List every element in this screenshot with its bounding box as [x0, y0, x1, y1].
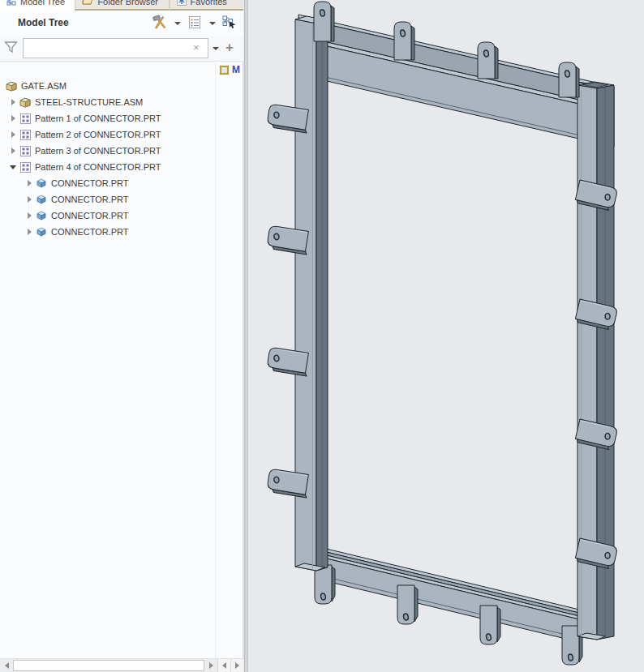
tree-settings-button[interactable] [185, 14, 204, 33]
bolt-hole [400, 30, 406, 37]
bolt-hole [320, 593, 326, 601]
tree-row-label: CONNECTOR.PRT [51, 178, 129, 188]
panel-title: Model Tree [18, 17, 69, 28]
scrollbar-thumb[interactable] [13, 660, 204, 671]
part-icon [36, 211, 47, 220]
model-tree-tab-icon [6, 0, 16, 7]
model-tree: GATE.ASM STEEL-STRUCTURE.ASM Pattern 1 o… [0, 78, 242, 240]
expander-icon[interactable] [6, 99, 19, 105]
bolt-hole [273, 233, 279, 241]
tree-row-label: STEEL-STRUCTURE.ASM [35, 97, 143, 107]
tab-folder-browser[interactable]: Folder Browser [75, 0, 169, 11]
clear-search-icon[interactable]: × [193, 42, 200, 53]
bolt-hole [605, 433, 610, 439]
tree-horizontal-scrollbar [0, 658, 243, 672]
expander-icon[interactable] [23, 196, 36, 203]
tree-row-label: CONNECTOR.PRT [51, 227, 129, 237]
connector-tab-top-2[interactable] [394, 22, 414, 60]
tree-row-label: Pattern 3 of CONNECTOR.PRT [35, 146, 161, 156]
tab-label: Favorites [191, 0, 227, 6]
expander-icon[interactable] [6, 148, 19, 154]
pattern-icon [19, 130, 31, 140]
chevron-down-icon [213, 47, 219, 50]
add-filter-button[interactable]: + [225, 38, 234, 58]
tree-row-label: Pattern 2 of CONNECTOR.PRT [35, 130, 161, 139]
model-tree-header: Model Tree [0, 11, 243, 36]
bolt-hole [273, 477, 279, 484]
expander-icon[interactable] [6, 131, 19, 138]
bolt-hole [320, 10, 325, 17]
tree-row-label: CONNECTOR.PRT [51, 195, 129, 204]
tree-row-pattern-3[interactable]: Pattern 3 of CONNECTOR.PRT [0, 143, 242, 159]
model-tree-panel: Model Tree Folder Browser Favorites [0, 0, 243, 672]
assembly-icon [6, 81, 17, 92]
bolt-hole [273, 355, 279, 362]
tree-columns-hide-icon [222, 15, 237, 32]
tree-columns-button[interactable] [220, 14, 239, 33]
folder-icon [82, 0, 93, 6]
tree-row-connector-1[interactable]: CONNECTOR.PRT [0, 175, 242, 191]
3d-viewport[interactable] [248, 0, 644, 672]
arrow-left-icon [5, 662, 9, 669]
tree-pan-right-button[interactable] [230, 659, 243, 672]
expander-icon[interactable] [23, 229, 36, 235]
arrow-left-icon [222, 662, 226, 669]
bottom-rail[interactable] [316, 546, 579, 642]
bolt-hole [565, 71, 570, 78]
connector-tab-top-4[interactable] [559, 62, 579, 97]
tree-row-connector-4[interactable]: CONNECTOR.PRT [0, 224, 242, 240]
bolt-hole [486, 634, 492, 641]
arrow-right-icon [235, 662, 239, 669]
favorites-star-icon [177, 0, 187, 7]
bolt-hole [483, 50, 489, 58]
tree-row-label: CONNECTOR.PRT [51, 211, 129, 220]
tools-icon [152, 15, 168, 33]
connector-tab-top-3[interactable] [478, 42, 498, 79]
tree-row-label: Pattern 4 of CONNECTOR.PRT [35, 162, 161, 172]
expander-icon[interactable] [6, 115, 19, 122]
tree-row-label: Pattern 1 of CONNECTOR.PRT [35, 113, 161, 123]
tree-pan-left-button[interactable] [217, 659, 230, 672]
part-icon [36, 227, 47, 237]
tree-row-gate-asm[interactable]: GATE.ASM [0, 78, 242, 94]
connector-tab-bottom-2[interactable] [397, 585, 418, 624]
panel-tab-strip: Model Tree Folder Browser Favorites [0, 0, 243, 11]
connector-tab-top-1[interactable] [314, 2, 334, 41]
annotations-column-icon[interactable] [219, 64, 230, 79]
tree-row-steel-structure[interactable]: STEEL-STRUCTURE.ASM [0, 94, 242, 110]
chevron-down-icon [174, 22, 181, 25]
scroll-right-button[interactable] [204, 659, 217, 672]
tools-dropdown-caret[interactable] [173, 14, 182, 33]
pattern-icon [19, 113, 31, 124]
bolt-hole [403, 614, 409, 621]
bolt-hole [605, 552, 610, 559]
part-icon [36, 195, 47, 204]
tree-row-connector-3[interactable]: CONNECTOR.PRT [0, 208, 242, 224]
scroll-left-button[interactable] [0, 659, 13, 672]
bolt-hole [605, 194, 610, 200]
tree-row-pattern-1[interactable]: Pattern 1 of CONNECTOR.PRT [0, 110, 242, 126]
gate-frame-model [248, 0, 644, 672]
tab-label: Model Tree [20, 0, 65, 6]
pattern-icon [19, 146, 31, 156]
column-header-label: M [232, 64, 240, 75]
tree-row-pattern-4[interactable]: Pattern 4 of CONNECTOR.PRT [0, 159, 242, 175]
connector-tab-bottom-3[interactable] [480, 606, 500, 644]
tab-favorites[interactable]: Favorites [170, 0, 243, 11]
expander-icon[interactable] [6, 165, 19, 169]
bolt-hole [273, 112, 279, 119]
tab-model-tree[interactable]: Model Tree [0, 0, 75, 11]
bolt-hole [568, 654, 573, 661]
assembly-icon [19, 97, 31, 108]
expander-icon[interactable] [23, 180, 36, 186]
tree-column-header: M [0, 62, 243, 78]
settings-dropdown-caret[interactable] [208, 14, 217, 33]
tree-tools-button[interactable] [150, 14, 170, 33]
expander-icon[interactable] [23, 212, 36, 219]
search-dropdown-caret[interactable] [211, 39, 220, 58]
tree-search-input[interactable] [23, 38, 208, 58]
part-icon [36, 178, 47, 188]
tree-row-pattern-2[interactable]: Pattern 2 of CONNECTOR.PRT [0, 126, 242, 143]
connector-tab-bottom-1[interactable] [315, 565, 335, 604]
tree-row-connector-2[interactable]: CONNECTOR.PRT [0, 191, 242, 208]
